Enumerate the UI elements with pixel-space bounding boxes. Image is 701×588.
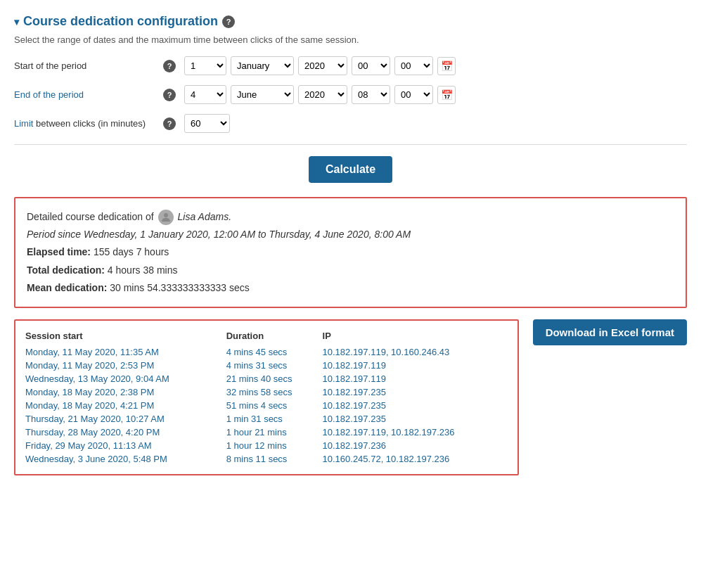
- session-ip-cell: 10.182.197.119, 10.182.197.236: [323, 426, 508, 439]
- calculate-button[interactable]: Calculate: [309, 156, 392, 183]
- start-period-label: Start of the period: [14, 60, 155, 71]
- session-ip-cell: 10.182.197.236: [323, 439, 508, 452]
- start-period-controls: 12345 JanuaryFebruaryMarchApril MayJuneJ…: [184, 56, 456, 75]
- session-duration-cell: 4 mins 45 secs: [226, 345, 323, 359]
- session-start-cell: Monday, 11 May 2020, 2:53 PM: [25, 359, 226, 372]
- session-duration-cell: 1 min 31 secs: [226, 412, 323, 426]
- session-duration-cell: 32 mins 58 secs: [226, 385, 323, 399]
- end-min-select[interactable]: 0030: [394, 85, 433, 104]
- result-username: Lisa Adams.: [178, 208, 232, 226]
- result-mean: Mean dedication: 30 mins 54.333333333333…: [27, 279, 674, 297]
- col-duration: Duration: [226, 329, 323, 345]
- result-user-line: Detailed course dedication of Lisa Adams…: [27, 208, 674, 226]
- table-row: Thursday, 21 May 2020, 10:27 AM 1 min 31…: [25, 412, 508, 426]
- table-row: Monday, 18 May 2020, 2:38 PM 32 mins 58 …: [25, 385, 508, 399]
- table-row: Monday, 11 May 2020, 2:53 PM 4 mins 31 s…: [25, 359, 508, 372]
- result-elapsed: Elapsed time: 155 days 7 hours: [27, 243, 674, 261]
- table-row: Monday, 18 May 2020, 4:21 PM 51 mins 4 s…: [25, 399, 508, 412]
- session-ip-cell: 10.182.197.235: [323, 385, 508, 399]
- start-min-select[interactable]: 0030: [394, 56, 433, 75]
- start-day-select[interactable]: 12345: [184, 56, 226, 75]
- end-help-icon[interactable]: ?: [163, 89, 176, 101]
- session-start-cell: Monday, 18 May 2020, 4:21 PM: [25, 399, 226, 412]
- limit-help-icon[interactable]: ?: [163, 117, 176, 130]
- col-session-start: Session start: [25, 329, 226, 345]
- session-ip-cell: 10.182.197.119: [323, 372, 508, 385]
- session-duration-cell: 21 mins 40 secs: [226, 372, 323, 385]
- result-box: Detailed course dedication of Lisa Adams…: [14, 197, 687, 308]
- session-duration-cell: 1 hour 21 mins: [226, 426, 323, 439]
- sessions-box: Session start Duration IP Monday, 11 May…: [14, 319, 519, 475]
- end-calendar-icon[interactable]: 📅: [437, 86, 456, 104]
- session-ip-cell: 10.182.197.235: [323, 399, 508, 412]
- form-divider: [14, 144, 687, 145]
- table-row: Friday, 29 May 2020, 11:13 AM 1 hour 12 …: [25, 439, 508, 452]
- limit-controls: 30456090120: [184, 114, 230, 133]
- end-period-controls: 12345 JanuaryFebruaryMarchApril MayJuneJ…: [184, 85, 456, 104]
- start-month-select[interactable]: JanuaryFebruaryMarchApril MayJuneJulyAug…: [231, 56, 294, 75]
- toggle-arrow-icon[interactable]: ▾: [14, 16, 19, 27]
- session-duration-cell: 8 mins 11 secs: [226, 452, 323, 466]
- session-duration-cell: 1 hour 12 mins: [226, 439, 323, 452]
- start-year-select[interactable]: 201920202021: [298, 56, 347, 75]
- session-start-cell: Monday, 18 May 2020, 2:38 PM: [25, 385, 226, 399]
- col-ip: IP: [323, 329, 508, 345]
- end-day-select[interactable]: 12345: [184, 85, 226, 104]
- session-start-cell: Thursday, 21 May 2020, 10:27 AM: [25, 412, 226, 426]
- table-row: Wednesday, 3 June 2020, 5:48 PM 8 mins 1…: [25, 452, 508, 466]
- start-hour-select[interactable]: 000108: [352, 56, 390, 75]
- limit-label: Limit between clicks (in minutes): [14, 118, 155, 129]
- user-avatar: [158, 210, 174, 225]
- table-row: Thursday, 28 May 2020, 4:20 PM 1 hour 21…: [25, 426, 508, 439]
- table-row: Monday, 11 May 2020, 11:35 AM 4 mins 45 …: [25, 345, 508, 359]
- svg-point-0: [164, 213, 168, 217]
- limit-row: Limit between clicks (in minutes) ? 3045…: [14, 114, 687, 133]
- end-period-label: End of the period: [14, 89, 155, 100]
- result-total: Total dedication: 4 hours 38 mins: [27, 262, 674, 279]
- end-period-row: End of the period ? 12345 JanuaryFebruar…: [14, 85, 687, 104]
- session-ip-cell: 10.182.197.119, 10.160.246.43: [323, 345, 508, 359]
- session-start-cell: Wednesday, 3 June 2020, 5:48 PM: [25, 452, 226, 466]
- session-ip-cell: 10.182.197.235: [323, 412, 508, 426]
- section-title: Course dedication configuration: [23, 14, 218, 29]
- header-help-icon[interactable]: ?: [222, 15, 235, 28]
- session-start-cell: Monday, 11 May 2020, 11:35 AM: [25, 345, 226, 359]
- sessions-header-row: Session start Duration IP: [25, 329, 508, 345]
- session-start-cell: Friday, 29 May 2020, 11:13 AM: [25, 439, 226, 452]
- session-start-cell: Thursday, 28 May 2020, 4:20 PM: [25, 426, 226, 439]
- result-prefix: Detailed course dedication of: [27, 208, 154, 226]
- result-period: Period since Wednesday, 1 January 2020, …: [27, 226, 674, 243]
- session-duration-cell: 4 mins 31 secs: [226, 359, 323, 372]
- start-help-icon[interactable]: ?: [163, 60, 176, 72]
- limit-select[interactable]: 30456090120: [184, 114, 230, 133]
- section-header: ▾ Course dedication configuration ?: [14, 14, 687, 29]
- session-ip-cell: 10.160.245.72, 10.182.197.236: [323, 452, 508, 466]
- excel-download-button[interactable]: Download in Excel format: [533, 319, 687, 345]
- end-year-select[interactable]: 201920202021: [298, 85, 347, 104]
- excel-btn-container: Download in Excel format: [533, 319, 687, 345]
- start-period-row: Start of the period ? 12345 JanuaryFebru…: [14, 56, 687, 75]
- sessions-table: Session start Duration IP Monday, 11 May…: [25, 329, 508, 466]
- end-hour-select[interactable]: 00010708: [352, 85, 390, 104]
- table-row: Wednesday, 13 May 2020, 9:04 AM 21 mins …: [25, 372, 508, 385]
- end-month-select[interactable]: JanuaryFebruaryMarchApril MayJuneJulyAug…: [231, 85, 294, 104]
- subtitle: Select the range of dates and the maximu…: [14, 34, 687, 45]
- bottom-area: Session start Duration IP Monday, 11 May…: [14, 319, 687, 475]
- start-calendar-icon[interactable]: 📅: [437, 57, 456, 75]
- session-start-cell: Wednesday, 13 May 2020, 9:04 AM: [25, 372, 226, 385]
- session-duration-cell: 51 mins 4 secs: [226, 399, 323, 412]
- session-ip-cell: 10.182.197.119: [323, 359, 508, 372]
